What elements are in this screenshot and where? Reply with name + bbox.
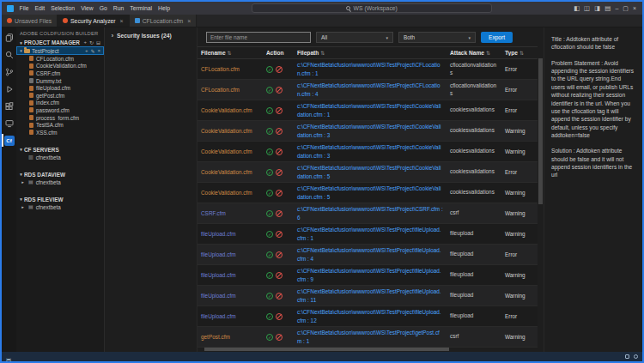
check-circle-icon[interactable]: ✓	[266, 66, 273, 73]
issue-filename-link[interactable]: CFLocation.cfm	[197, 65, 263, 73]
tree-item-cfnextbeta[interactable]: ▸▤cfnextbeta	[16, 178, 104, 186]
menu-selection[interactable]: Selection	[48, 2, 78, 15]
scrollbar-thumb[interactable]	[538, 58, 543, 204]
attack-type-select[interactable]: All ▾	[316, 32, 393, 43]
section-header-rds-fileview[interactable]: ▾RDS FILEVIEW	[16, 196, 104, 203]
menu-go[interactable]: Go	[96, 2, 110, 15]
check-circle-icon[interactable]: ✓	[266, 272, 273, 279]
tree-item-file[interactable]: index.cfm	[16, 100, 104, 107]
run-debug-icon[interactable]	[2, 83, 16, 94]
issue-filepath-link[interactable]: c:\CFNextBeta\cfusion\wwwroot\WS\TestPro…	[294, 142, 447, 160]
issue-filepath-link[interactable]: c:\CFNextBeta\cfusion\wwwroot\WS\TestPro…	[294, 245, 447, 263]
block-circle-icon[interactable]	[276, 313, 283, 320]
column-header-action[interactable]: Action	[263, 50, 294, 56]
menu-terminal[interactable]: Terminal	[127, 2, 155, 15]
add-project-icon[interactable]: +	[83, 39, 87, 45]
tree-item-file[interactable]: password.cfm	[16, 106, 104, 114]
issue-filepath-link[interactable]: c:\CFNextBeta\cfusion\wwwroot\WS\TestPro…	[294, 287, 447, 305]
toggle-secondary-sidebar-icon[interactable]: ◨	[594, 4, 600, 12]
tab-security-analyzer[interactable]: Security Analyzer×	[58, 15, 130, 27]
remote-indicator[interactable]: ><	[6, 357, 10, 362]
issue-filepath-link[interactable]: c:\CFNextBeta\cfusion\wwwroot\WS\TestPro…	[294, 204, 447, 222]
severity-select[interactable]: Both ▾	[398, 32, 476, 43]
menu-run[interactable]: Run	[110, 2, 126, 15]
section-header-cf-servers[interactable]: ▾CF SERVERS	[16, 146, 104, 154]
extensions-icon[interactable]	[2, 100, 16, 112]
block-circle-icon[interactable]	[276, 66, 283, 73]
check-circle-icon[interactable]: ✓	[266, 334, 273, 341]
issue-filename-link[interactable]: CFLocation.cfm	[197, 86, 263, 94]
issue-filename-link[interactable]: getPost.cfm	[197, 333, 263, 341]
toggle-panel-icon[interactable]: ◫	[584, 4, 590, 12]
issue-filepath-link[interactable]: c:\CFNextBeta\cfusion\wwwroot\WS\TestPro…	[294, 307, 447, 325]
issue-filepath-link[interactable]: c:\CFNextBeta\cfusion\wwwroot\WS\TestPro…	[294, 266, 447, 284]
minimize-button[interactable]: –	[615, 5, 618, 11]
issue-filename-link[interactable]: CookieValidation.cfm	[197, 127, 263, 135]
check-circle-icon[interactable]: ✓	[266, 107, 273, 114]
tree-item-file[interactable]: Dummy.txt	[16, 77, 104, 85]
block-circle-icon[interactable]	[276, 293, 283, 299]
tree-item-file[interactable]: XSS.cfm	[16, 129, 104, 136]
tree-item-file[interactable]: fileUpload.cfm	[16, 84, 104, 92]
check-circle-icon[interactable]: ✓	[266, 210, 273, 217]
check-circle-icon[interactable]: ✓	[266, 293, 273, 299]
issue-filename-link[interactable]: CookieValidation.cfm	[197, 106, 263, 114]
remote-icon[interactable]	[2, 118, 16, 129]
issue-filename-link[interactable]: fileUpload.cfm	[197, 230, 263, 238]
maximize-button[interactable]: ▢	[623, 5, 629, 12]
menu-help[interactable]: Help	[155, 2, 173, 15]
security-issues-header[interactable]: › Security Issues (24)	[110, 33, 193, 39]
scrollbar-thumb[interactable]	[204, 348, 449, 351]
toggle-sidebar-icon[interactable]: ◧	[574, 4, 580, 12]
search-icon[interactable]	[2, 49, 16, 60]
sort-icon[interactable]: ⇅	[519, 50, 524, 56]
close-icon[interactable]: ×	[120, 18, 124, 24]
file-name-filter-input[interactable]	[206, 32, 311, 43]
block-circle-icon[interactable]	[276, 128, 283, 135]
export-button[interactable]: Export	[481, 32, 513, 43]
check-circle-icon[interactable]: ✓	[266, 169, 273, 176]
check-circle-icon[interactable]: ✓	[266, 148, 273, 155]
tree-item-file[interactable]: CookieValidation.cfm	[16, 63, 104, 70]
close-button[interactable]: ×	[633, 5, 636, 11]
issue-filename-link[interactable]: CSRF.cfm	[197, 209, 263, 217]
column-header-type[interactable]: Type⇅	[501, 50, 538, 56]
issue-filepath-link[interactable]: c:\CFNextBeta\cfusion\wwwroot\WS\TestPro…	[294, 184, 447, 202]
issue-filepath-link[interactable]: c:\CFNextBeta\cfusion\wwwroot\WS\TestPro…	[294, 81, 447, 99]
refresh-icon[interactable]: ↻	[89, 39, 94, 45]
explorer-icon[interactable]	[2, 32, 16, 43]
command-center[interactable]: WS (Workspace)	[252, 3, 492, 13]
menu-view[interactable]: View	[78, 2, 97, 15]
block-circle-icon[interactable]	[276, 169, 283, 176]
check-circle-icon[interactable]: ✓	[266, 231, 273, 238]
issue-filepath-link[interactable]: c:\CFNextBeta\cfusion\wwwroot\WS\TestPro…	[294, 122, 447, 140]
tree-item-file[interactable]: getPost.cfm	[16, 92, 104, 100]
close-icon[interactable]: ×	[187, 18, 191, 24]
block-circle-icon[interactable]	[276, 272, 283, 279]
source-control-icon[interactable]	[2, 66, 16, 77]
sort-icon[interactable]: ⇅	[486, 50, 490, 56]
vertical-scrollbar[interactable]	[538, 48, 544, 347]
notifications-icon[interactable]	[634, 354, 638, 359]
check-circle-icon[interactable]: ✓	[266, 190, 273, 197]
feedback-icon[interactable]	[625, 354, 629, 359]
check-circle-icon[interactable]: ✓	[266, 128, 273, 135]
check-circle-icon[interactable]: ✓	[266, 87, 273, 94]
block-circle-icon[interactable]	[276, 251, 283, 258]
sort-icon[interactable]: ⇅	[320, 50, 325, 56]
tree-item-file[interactable]: process_form.cfm	[16, 114, 104, 122]
issue-filepath-link[interactable]: c:\CFNextBeta\cfusion\wwwroot\WS\TestPro…	[294, 60, 447, 78]
issue-filename-link[interactable]: fileUpload.cfm	[197, 292, 263, 299]
check-circle-icon[interactable]: ✓	[266, 313, 273, 320]
check-circle-icon[interactable]: ✓	[266, 251, 273, 258]
block-circle-icon[interactable]	[276, 107, 283, 114]
issue-filepath-link[interactable]: c:\CFNextBeta\cfusion\wwwroot\WS\TestPro…	[294, 101, 447, 119]
issue-filepath-link[interactable]: c:\CFNextBeta\cfusion\wwwroot\WS\TestPro…	[294, 328, 447, 346]
column-header-filepath[interactable]: Filepath⇅	[294, 50, 447, 56]
tree-item-file[interactable]: CFLocation.cfm	[16, 55, 104, 63]
issue-filepath-link[interactable]: c:\CFNextBeta\cfusion\wwwroot\WS\TestPro…	[294, 163, 447, 181]
edit-icon[interactable]: ✎	[90, 48, 94, 54]
coldfusion-builder-icon[interactable]: Cf	[2, 135, 16, 146]
block-circle-icon[interactable]	[276, 231, 283, 238]
issue-filename-link[interactable]: CookieValidation.cfm	[197, 148, 263, 155]
